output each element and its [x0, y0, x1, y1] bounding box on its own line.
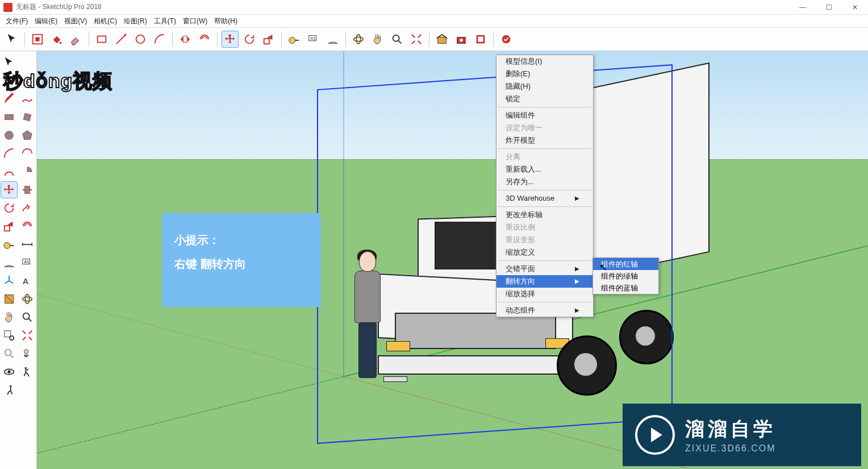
arc-tool-icon[interactable]	[151, 31, 168, 48]
pie-icon[interactable]	[19, 163, 36, 180]
circle-tool-icon[interactable]	[132, 31, 149, 48]
ctx-隐藏(H)[interactable]: 隐藏(H)	[496, 80, 593, 93]
freehand-icon[interactable]	[19, 90, 36, 107]
toolbar-top: A1	[0, 28, 868, 51]
rotate-tool-icon[interactable]	[241, 31, 258, 48]
close-button[interactable]: ✕	[842, 0, 868, 14]
section-icon[interactable]	[1, 290, 18, 308]
protractor-icon[interactable]	[324, 31, 341, 48]
blank-icon	[19, 54, 36, 71]
tape-measure-icon[interactable]	[286, 31, 303, 48]
viewport[interactable]: 小提示： 右键 翻转方向 模型信息(I)删除(E)隐藏(H)锁定编辑组件设定为唯…	[37, 51, 868, 469]
offset-tool-icon[interactable]	[196, 31, 213, 48]
line-tool-icon[interactable]	[112, 31, 130, 48]
tip-body: 右键 翻转方向	[174, 252, 308, 276]
arc3-icon[interactable]	[1, 163, 18, 180]
menu-window[interactable]: 窗口(W)	[180, 15, 211, 27]
offset2-icon[interactable]	[19, 218, 36, 235]
rotrect-icon[interactable]	[19, 109, 36, 126]
protractor2-icon[interactable]	[1, 254, 18, 271]
ctx-重新载入...[interactable]: 重新载入...	[496, 163, 593, 176]
menu-tools[interactable]: 工具(T)	[151, 15, 180, 27]
menu-edit[interactable]: 编辑(E)	[31, 15, 61, 27]
menu-view[interactable]: 视图(V)	[61, 15, 90, 27]
warehouse-icon[interactable]	[433, 31, 450, 48]
walk2-icon[interactable]	[1, 381, 18, 399]
maximize-button[interactable]: ☐	[816, 0, 842, 14]
extension-warehouse-icon[interactable]	[453, 31, 470, 48]
extension-manager-icon[interactable]	[498, 31, 515, 48]
pushpull-tool-icon[interactable]	[177, 31, 194, 48]
make-component-icon[interactable]	[29, 31, 46, 48]
svg-point-32	[23, 313, 30, 319]
arc2-icon[interactable]	[19, 145, 36, 162]
lasso-icon[interactable]	[1, 72, 18, 89]
ctx-编辑组件[interactable]: 编辑组件	[496, 109, 593, 122]
zoom-tool-icon[interactable]	[389, 31, 406, 48]
ctx-另存为...[interactable]: 另存为...	[496, 176, 593, 188]
sub-组件的红轴[interactable]: 组件的红轴	[593, 258, 658, 270]
pencil-icon[interactable]	[1, 90, 18, 107]
scale-tool-icon[interactable]	[260, 31, 277, 48]
ctx-炸开模型[interactable]: 炸开模型	[496, 134, 593, 147]
look-around-icon[interactable]	[1, 363, 18, 380]
tape2-icon[interactable]	[1, 236, 18, 253]
ctx-动态组件[interactable]: 动态组件▶	[496, 304, 593, 317]
ctx-缩放定义[interactable]: 缩放定义	[496, 246, 593, 259]
ctx-模型信息(I)[interactable]: 模型信息(I)	[496, 55, 593, 68]
pan2-icon[interactable]	[1, 309, 18, 326]
move2-icon[interactable]	[1, 181, 18, 198]
followme-icon[interactable]	[19, 200, 36, 217]
circ-icon[interactable]	[1, 127, 18, 144]
rotate2-icon[interactable]	[1, 200, 18, 217]
eraser-icon[interactable]	[68, 31, 85, 48]
dimension-icon[interactable]	[19, 236, 36, 253]
eraser2-icon[interactable]	[19, 72, 36, 89]
position-camera-icon[interactable]	[19, 345, 36, 362]
zoomwin-icon[interactable]	[1, 327, 18, 344]
pushpull2-icon[interactable]	[19, 181, 36, 198]
orbit2-icon[interactable]	[19, 290, 36, 308]
sub-组件的绿轴[interactable]: 组件的绿轴	[593, 270, 658, 282]
select-tool-icon[interactable]	[3, 31, 20, 48]
ctx-更改坐标轴[interactable]: 更改坐标轴	[496, 209, 593, 221]
menu-draw[interactable]: 绘图(R)	[120, 15, 151, 27]
svg-point-30	[23, 297, 32, 301]
move-tool-icon[interactable]	[222, 31, 239, 48]
paint-bucket-icon[interactable]	[48, 31, 65, 48]
ctx-缩放选择[interactable]: 缩放选择	[496, 288, 593, 300]
ctx-锁定[interactable]: 锁定	[496, 93, 593, 105]
prev-view-icon[interactable]	[1, 345, 18, 362]
orbit-tool-icon[interactable]	[350, 31, 367, 48]
axes-icon[interactable]	[1, 272, 18, 289]
sub-组件的蓝轴[interactable]: 组件的蓝轴	[593, 282, 658, 294]
zoomext2-icon[interactable]	[19, 327, 36, 344]
scale2-icon[interactable]	[1, 218, 18, 235]
select-icon[interactable]	[1, 54, 18, 71]
zoom2-icon[interactable]	[19, 309, 36, 326]
3dtext-icon[interactable]: A	[19, 272, 36, 289]
text2-icon[interactable]: A1	[19, 254, 36, 271]
rectangle-tool-icon[interactable]	[93, 31, 110, 48]
pan-tool-icon[interactable]	[369, 31, 386, 48]
flip-submenu[interactable]: 组件的红轴组件的绿轴组件的蓝轴	[592, 258, 659, 294]
minimize-button[interactable]: —	[790, 0, 816, 14]
text-tool-icon[interactable]: A1	[305, 31, 322, 48]
rect-icon[interactable]	[1, 109, 18, 126]
zoom-extents-icon[interactable]	[408, 31, 425, 48]
play-icon	[635, 415, 675, 455]
ctx-翻转方向[interactable]: 翻转方向▶	[496, 275, 593, 288]
menu-camera[interactable]: 相机(C)	[90, 15, 120, 27]
layout-icon[interactable]	[472, 31, 489, 48]
svg-point-39	[24, 367, 27, 370]
poly-icon[interactable]	[19, 127, 36, 144]
menu-file[interactable]: 文件(F)	[2, 15, 31, 27]
ctx-3D Warehouse[interactable]: 3D Warehouse▶	[496, 192, 593, 205]
arc1-icon[interactable]	[1, 145, 18, 162]
menu-help[interactable]: 帮助(H)	[211, 15, 241, 27]
ctx-交错平面[interactable]: 交错平面▶	[496, 263, 593, 275]
context-menu[interactable]: 模型信息(I)删除(E)隐藏(H)锁定编辑组件设定为唯一炸开模型分离重新载入..…	[496, 55, 594, 317]
walk-icon[interactable]	[19, 363, 36, 380]
green-axis-neg	[37, 376, 344, 469]
ctx-删除(E)[interactable]: 删除(E)	[496, 68, 593, 80]
